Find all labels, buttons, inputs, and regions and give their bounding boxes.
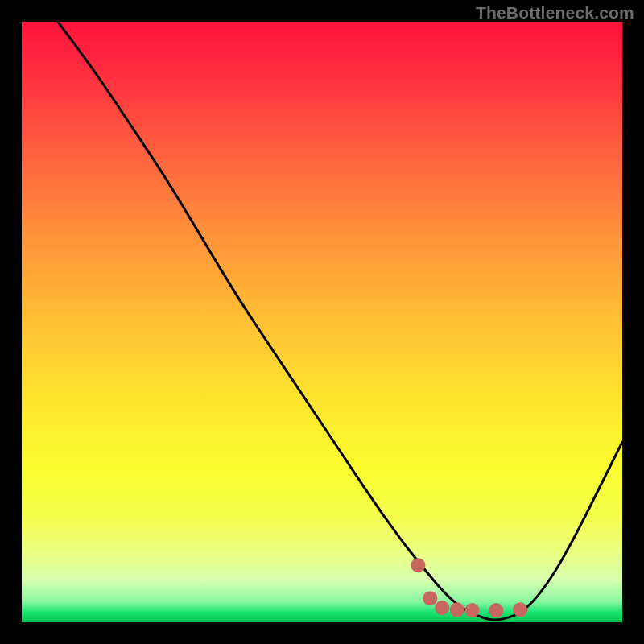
- marker-minimum: [513, 602, 527, 617]
- chart-plot-area: [22, 22, 622, 622]
- marker-point-f: [489, 603, 503, 617]
- marker-point-a: [411, 558, 425, 572]
- marker-point-e: [465, 603, 480, 617]
- watermark-text: TheBottleneck.com: [476, 3, 634, 23]
- marker-point-d: [450, 602, 464, 617]
- marker-point-c: [435, 601, 449, 615]
- data-point-markers: [411, 558, 527, 617]
- chart-overlay-svg: [22, 22, 622, 622]
- marker-point-b: [423, 591, 437, 605]
- bottleneck-curve-line: [58, 22, 622, 620]
